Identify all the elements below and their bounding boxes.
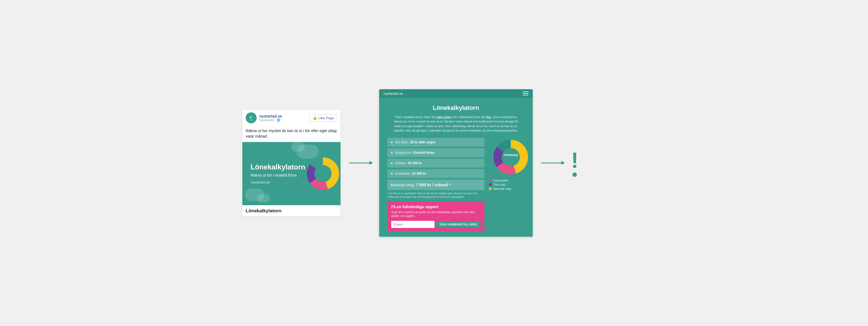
- fb-card-footer: Lönekalkylatorn: [242, 205, 341, 216]
- cta-box: Få en fullständiga rapport Ange din e-po…: [388, 201, 485, 231]
- legend-label: Egenavgifter: [493, 179, 508, 182]
- website-topbar: nystartad.se: [379, 89, 533, 98]
- legend-item-uttag: Maximalt uttag: [489, 187, 533, 190]
- legend-item-skatt: Total skatt: [489, 183, 533, 186]
- plus-icon: +: [391, 171, 393, 176]
- form-row-costs-label: Kostnader: 10 000 kr: [395, 172, 426, 175]
- plus-icon: +: [391, 140, 393, 144]
- arrow-line: [541, 163, 563, 163]
- donut-chart: Fördelning: [492, 138, 530, 176]
- website-intro: Fast i enskilda firmor heter det eget ut…: [388, 115, 525, 133]
- legend-label: Total skatt: [493, 183, 505, 186]
- exclamation-section: !: [571, 150, 579, 177]
- fb-page-info: nystartad.se Sponsored · 🌐: [259, 114, 282, 122]
- svg-point-2: [249, 117, 251, 118]
- form-row-age-label: Din ålder: 25 år eller yngre: [395, 140, 435, 144]
- chart-legend: Egenavgifter Total skatt Maximalt uttag: [489, 179, 533, 191]
- legend-dot: [489, 183, 492, 186]
- form-row-revenue[interactable]: + Intäkter: 20 000 kr: [388, 159, 485, 167]
- cta-submit-button[interactable]: VISA SAMMANSTÄLLNING: [436, 221, 480, 228]
- legend-dot: [489, 187, 492, 190]
- svg-point-7: [314, 165, 332, 182]
- chart-section: Fördelning Egenavgifter Total skatt: [489, 138, 533, 191]
- result-note: * Det här är en uppskattad siffra på det…: [388, 192, 485, 198]
- second-arrow: [541, 163, 563, 163]
- main-section: + Din ålder: 25 år eller yngre + Bolagsf…: [388, 138, 525, 231]
- hamburger-menu[interactable]: [523, 91, 528, 95]
- legend-item-egenavgifter: Egenavgifter: [489, 179, 533, 182]
- cta-desc: Ange din e-post för att ladda ner den fu…: [391, 210, 480, 218]
- cta-form: VISA SAMMANSTÄLLNING: [391, 221, 480, 228]
- fb-header: nystartad.se Sponsored · 🌐 👍 Like Page: [242, 110, 341, 126]
- first-arrow: [349, 163, 371, 163]
- page-container: nystartad.se Sponsored · 🌐 👍 Like Page R…: [242, 89, 626, 237]
- cloud-decoration: [291, 142, 305, 152]
- fb-header-left: nystartad.se Sponsored · 🌐: [246, 112, 282, 123]
- svg-point-12: [502, 148, 520, 166]
- email-input[interactable]: [391, 221, 435, 228]
- plus-icon: +: [391, 161, 393, 165]
- cloud-decoration: [257, 194, 270, 202]
- exclamation-mark: !: [571, 150, 579, 171]
- form-row-costs[interactable]: + Kostnader: 10 000 kr: [388, 169, 485, 178]
- fb-sponsored: Sponsored · 🌐: [259, 118, 282, 122]
- form-row-company[interactable]: + Bolagsform: Enskild firma: [388, 148, 485, 157]
- thumb-icon: 👍: [313, 116, 317, 120]
- website-panel: nystartad.se Lönekalkylatorn Fast i ensk…: [379, 89, 533, 237]
- like-page-button[interactable]: 👍 Like Page: [310, 114, 337, 122]
- form-section: + Din ålder: 25 år eller yngre + Bolagsf…: [388, 138, 485, 231]
- arrow-line: [349, 163, 371, 163]
- fb-ad-title: Lönekalkylatorn: [251, 163, 305, 171]
- result-label: Maximalt uttag: 7 000 kr / månad *: [391, 183, 451, 187]
- form-row-revenue-label: Intäkter: 20 000 kr: [395, 161, 422, 165]
- website-title: Lönekalkylatorn: [388, 104, 525, 111]
- fb-page-name: nystartad.se: [259, 114, 282, 118]
- fb-ad-image: Lönekalkylatorn Räkna ut lön i enskild f…: [242, 142, 341, 205]
- fb-ad-subtitle: Räkna ut lön i enskild firma: [251, 173, 305, 178]
- fb-donut-chart: [305, 156, 341, 191]
- facebook-ad-card: nystartad.se Sponsored · 🌐 👍 Like Page R…: [242, 109, 341, 216]
- avatar: [246, 112, 257, 123]
- fb-ad-text-block: Lönekalkylatorn Räkna ut lön i enskild f…: [251, 163, 305, 184]
- exclamation-dot: [572, 172, 577, 177]
- donut-container: Fördelning: [492, 138, 530, 176]
- svg-text:Fördelning: Fördelning: [504, 154, 518, 157]
- legend-dot: [489, 179, 492, 182]
- result-row: Maximalt uttag: 7 000 kr / månad *: [388, 180, 485, 190]
- website-domain: nystartad.se: [383, 91, 403, 96]
- cta-title: Få en fullständiga rapport: [391, 205, 480, 209]
- form-row-age[interactable]: + Din ålder: 25 år eller yngre: [388, 138, 485, 147]
- legend-label: Maximalt uttag: [493, 187, 511, 190]
- plus-icon: +: [391, 151, 393, 155]
- fb-ad-domain: nystartad.se: [251, 180, 305, 184]
- form-row-company-label: Bolagsform: Enskild firma: [395, 151, 434, 155]
- fb-post-text: Räkna ut hur mycket du kan ta ut i lön e…: [242, 126, 341, 142]
- website-content: Lönekalkylatorn Fast i enskilda firmor h…: [379, 98, 533, 237]
